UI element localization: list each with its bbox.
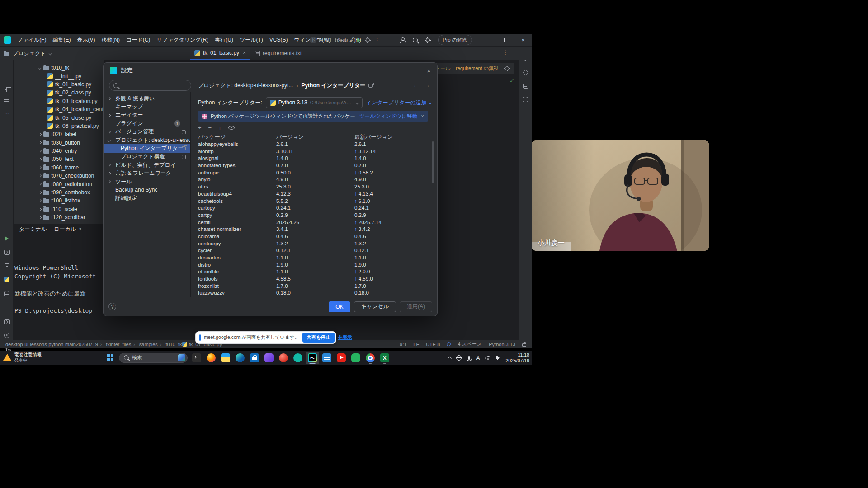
settings-nav-item[interactable]: ツール [104, 178, 190, 186]
menu-item[interactable]: コード(C) [123, 34, 153, 46]
taskbar-clock[interactable]: 11:18 2025/07/19 [505, 352, 529, 363]
package-row[interactable]: descartes 1.1.0 1.1.0 [191, 255, 437, 262]
network-icon[interactable] [456, 355, 462, 361]
tree-chevron-icon[interactable] [38, 183, 41, 185]
taskbar-app-icon[interactable] [320, 352, 334, 364]
nav-chevron-icon[interactable] [108, 164, 110, 166]
tree-item[interactable]: t030_button [14, 139, 104, 147]
help-icon[interactable]: ? [108, 303, 116, 310]
taskbar-app-icon[interactable] [190, 352, 203, 364]
tree-chevron-icon[interactable] [38, 141, 41, 144]
package-row[interactable]: charset-normalizer 3.4.1 ↑3.4.2 [191, 226, 437, 234]
tree-item[interactable]: t110_scale [14, 205, 104, 213]
close-window-button[interactable]: × [514, 34, 532, 46]
breadcrumb[interactable]: samples [131, 342, 158, 347]
python-packages-icon[interactable] [0, 274, 14, 284]
tree-item[interactable]: t020_label [14, 130, 104, 138]
wifi-icon[interactable] [485, 356, 491, 360]
taskbar-app-icon[interactable] [349, 352, 363, 364]
package-scrollbar[interactable] [432, 141, 434, 183]
tree-chevron-icon[interactable] [38, 174, 41, 177]
install-package-icon[interactable]: + [198, 124, 202, 131]
ignore-requirement-link[interactable]: requirement の無視 [456, 65, 499, 72]
taskbar-app-icon[interactable] [335, 352, 348, 364]
license-button[interactable]: Pro の解除 [438, 35, 472, 45]
tree-item[interactable]: tk_02_class.py [14, 89, 104, 97]
tree-item[interactable]: t080_radiobutton [14, 180, 104, 188]
tree-chevron-icon[interactable] [38, 216, 41, 219]
package-table[interactable]: aiohappyeyeballs 2.6.1 2.6.1 aiohttp 3.1… [191, 141, 437, 295]
nav-chevron-icon[interactable] [108, 172, 110, 175]
cursor-position[interactable]: 9:1 [400, 342, 406, 347]
interpreter-select[interactable]: Python 3.13 C:\Users\renpa\AppData\Local… [266, 97, 363, 108]
package-row[interactable]: aiosignal 1.4.0 1.4.0 [191, 155, 437, 163]
tree-item[interactable]: tk_06_practical.py [14, 122, 104, 130]
settings-nav-item[interactable]: 詳細設定 [104, 194, 190, 202]
tree-chevron-icon[interactable] [38, 66, 41, 69]
dismiss-banner-icon[interactable]: × [421, 113, 424, 119]
tree-item[interactable]: tk_03_location.py [14, 97, 104, 105]
webcam-tile[interactable]: 小川慶一 [532, 140, 709, 251]
breadcrumb-parent[interactable]: プロジェクト: desktop-ui-lessons-pyt... [198, 82, 293, 89]
tree-chevron-icon[interactable] [38, 166, 41, 169]
tree-item[interactable]: t050_text [14, 155, 104, 163]
package-row[interactable]: attrs 25.3.0 25.3.0 [191, 184, 437, 191]
close-terminal-tab-icon[interactable]: × [79, 226, 82, 232]
forward-icon[interactable]: → [424, 82, 430, 89]
nav-chevron-icon[interactable] [108, 131, 110, 133]
settings-nav-item[interactable]: バージョン管理 [104, 128, 190, 136]
hide-bar-link[interactable]: 非表示 [338, 334, 352, 341]
package-row[interactable]: et-xmlfile 1.1.0 ↑2.0.0 [191, 269, 437, 276]
terminal-tab[interactable]: ローカル × [54, 225, 82, 233]
settings-search-input[interactable] [109, 80, 191, 91]
stop-sharing-button[interactable]: 共有を停止 [302, 333, 335, 343]
tab-options-icon[interactable]: ⋮ [503, 49, 508, 56]
col-latest-version[interactable]: 最新バージョン [354, 133, 393, 141]
ai-assistant-icon[interactable] [519, 67, 532, 77]
services-icon[interactable] [0, 261, 14, 271]
commit-icon[interactable] [0, 83, 14, 93]
taskbar-search[interactable]: 検索 [119, 353, 188, 363]
tree-chevron-icon[interactable] [38, 150, 41, 152]
add-interpreter-link[interactable]: インタープリターの追加 [366, 99, 431, 107]
indent-style[interactable]: 4 スペース [458, 341, 482, 347]
interpreter-widget[interactable]: Python 3.13 [489, 342, 515, 347]
tree-item[interactable]: t060_frame [14, 164, 104, 172]
nav-chevron-icon[interactable] [108, 139, 110, 141]
weather-widget[interactable]: 竜巻注意情報 発令中 [3, 352, 42, 362]
editor-tab[interactable]: tk_01_basic.py × [190, 47, 250, 60]
search-everywhere-icon[interactable] [413, 38, 418, 42]
breadcrumb[interactable]: t010_tk [158, 342, 182, 347]
lock-icon[interactable] [522, 343, 526, 347]
settings-nav-item[interactable]: キーマップ [104, 103, 190, 111]
package-row[interactable]: cachetools 5.5.2 ↑6.1.0 [191, 198, 437, 206]
problems-icon[interactable] [0, 330, 14, 340]
settings-nav-item[interactable]: プロジェクト: desktop-ui-lessons-pyt... [104, 136, 190, 144]
run-tool-icon[interactable] [0, 234, 14, 244]
package-row[interactable]: cartopy 0.24.1 0.24.1 [191, 205, 437, 212]
settings-nav-item[interactable]: Python インタープリター [104, 144, 190, 152]
settings-nav-item[interactable]: ビルド、実行、デプロイ [104, 161, 190, 169]
package-row[interactable]: colorama 0.4.6 0.4.6 [191, 234, 437, 241]
tree-item[interactable]: tk_04_location_center.py [14, 105, 104, 113]
apply-button[interactable]: 適用(A) [400, 301, 432, 312]
external-link-icon[interactable] [182, 146, 186, 150]
terminal-tool-icon[interactable] [0, 317, 14, 327]
database-icon[interactable] [0, 289, 14, 299]
package-row[interactable]: contourpy 1.3.2 1.3.2 [191, 241, 437, 248]
tree-chevron-icon[interactable] [38, 158, 41, 160]
taskbar-app-icon[interactable] [378, 352, 392, 364]
external-link-icon[interactable] [182, 130, 186, 134]
project-tool-header[interactable]: プロジェクト [4, 47, 51, 60]
tree-chevron-icon[interactable] [38, 199, 41, 202]
terminal-title[interactable]: ターミナル [19, 225, 47, 233]
python-console-icon[interactable] [0, 247, 14, 257]
taskbar-app-icon[interactable] [306, 352, 319, 364]
package-row[interactable]: anthropic 0.50.0 ↑0.58.2 [191, 170, 437, 177]
menu-item[interactable]: リファクタリング(R) [153, 34, 212, 46]
inspection-ok-icon[interactable]: ✓ [509, 77, 514, 84]
ime-indicator[interactable]: A [476, 355, 480, 361]
notification-settings-icon[interactable] [504, 66, 510, 71]
encoding[interactable]: UTF-8 [426, 342, 440, 347]
database-tool-icon[interactable] [519, 94, 532, 104]
